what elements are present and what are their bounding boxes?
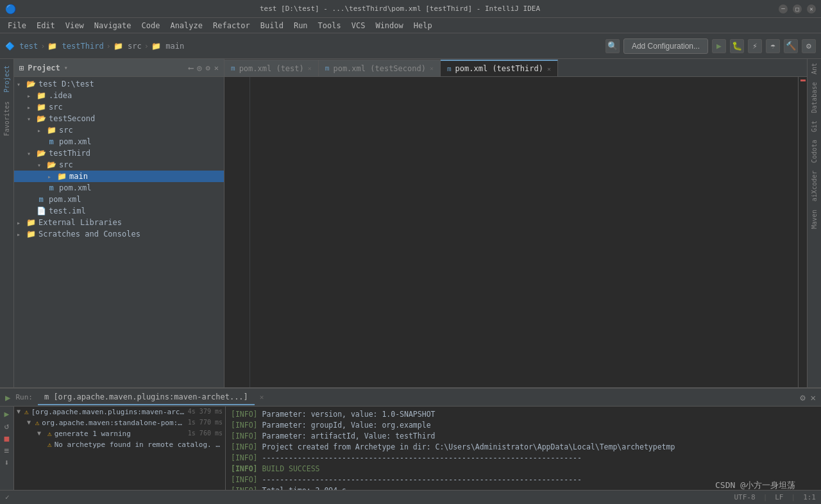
- run-icon-play[interactable]: ▶: [5, 392, 10, 403]
- tree-item-label: testThird: [49, 149, 90, 158]
- tree-item-testsecond[interactable]: ▾📂testSecond: [14, 113, 224, 124]
- minimize-button[interactable]: ─: [779, 4, 788, 13]
- run-rerun-icon[interactable]: ↺: [4, 421, 10, 431]
- run-line: [INFO] Project created from Archetype in…: [231, 442, 816, 453]
- run-item-child1[interactable]: ▼ ⚠ org.apache.maven:standalone-pom:pom:…: [14, 417, 225, 428]
- run-button[interactable]: ▶: [712, 39, 726, 53]
- locate-icon[interactable]: ◎: [197, 63, 201, 72]
- settings-icon[interactable]: ⚙: [802, 39, 816, 53]
- search-everywhere-icon[interactable]: 🔍: [605, 39, 620, 53]
- run-item-child2[interactable]: ▼ ⚠ generate 1 warning 1s 760 ms: [14, 428, 225, 439]
- tree-item-test-iml[interactable]: 📄test.iml: [14, 205, 224, 217]
- status-encoding[interactable]: UTF-8: [734, 493, 756, 501]
- breadcrumb-test[interactable]: 🔷 test: [5, 42, 38, 51]
- tab-pom-testsecond[interactable]: m pom.xml (testSecond) ✕: [319, 60, 441, 76]
- tab-close-run[interactable]: ✕: [260, 393, 264, 401]
- tree-item-src[interactable]: ▸📁src: [14, 101, 224, 113]
- menu-file[interactable]: File: [3, 20, 31, 31]
- tree-file-icon: m: [36, 195, 46, 204]
- tree-item-label: main: [69, 172, 88, 181]
- profile-button[interactable]: ⚡: [748, 39, 762, 53]
- menu-window[interactable]: Window: [370, 20, 408, 31]
- title-bar: 🔵 test [D:\test] - ...\testThird\pom.xml…: [0, 0, 821, 18]
- hide-panel-icon[interactable]: ✕: [214, 63, 219, 72]
- tree-item-external-libraries[interactable]: ▸📁External Libraries: [14, 217, 224, 228]
- run-item-root[interactable]: ▼ ⚠ [org.apache.maven.plugins:maven-arch…: [14, 407, 225, 417]
- project-panel-header: ⊞ Project ▾ ⟵ ◎ ⚙ ✕: [14, 59, 224, 77]
- menu-view[interactable]: View: [60, 20, 89, 31]
- build-button[interactable]: 🔨: [784, 39, 798, 53]
- tree-item-src[interactable]: ▾📂src: [14, 159, 224, 171]
- status-line-ending[interactable]: LF: [775, 493, 783, 501]
- menu-code[interactable]: Code: [137, 20, 165, 31]
- tree-item-src[interactable]: ▸📁src: [14, 124, 224, 136]
- run-line-success: [INFO] BUILD SUCCESS: [231, 464, 816, 475]
- run-tab-maven[interactable]: m [org.apache.maven.plugins:maven-archet…: [38, 390, 255, 405]
- title-text: test [D:\test] - ...\testThird\pom.xml […: [21, 4, 779, 13]
- settings-run-icon[interactable]: ⚙: [800, 392, 805, 403]
- tree-item-scratches-and-consoles[interactable]: ▸📁Scratches and Consoles: [14, 228, 224, 240]
- settings-icon[interactable]: ⚙: [206, 63, 210, 72]
- breadcrumb-main[interactable]: 📁 main: [151, 42, 184, 51]
- run-play-icon[interactable]: ▶: [4, 409, 10, 419]
- tree-file-icon: 📁: [26, 230, 36, 239]
- menu-edit[interactable]: Edit: [31, 20, 60, 31]
- run-console-output[interactable]: [INFO] Parameter: version, value: 1.0-SN…: [226, 407, 821, 490]
- menu-navigate[interactable]: Navigate: [89, 20, 137, 31]
- scroll-end-icon[interactable]: ⬇: [4, 458, 10, 467]
- right-tab-maven[interactable]: Maven: [809, 206, 820, 233]
- warning-icon: ⚠: [47, 441, 52, 449]
- right-tab-codota[interactable]: Codota: [809, 136, 820, 167]
- breadcrumb-src[interactable]: 📁 src: [114, 42, 142, 51]
- run-stop-icon[interactable]: ■: [4, 433, 10, 443]
- project-tab[interactable]: Project: [1, 62, 12, 96]
- right-tab-ant[interactable]: Ant: [809, 59, 820, 78]
- tree-item-pom-xml[interactable]: mpom.xml: [14, 136, 224, 147]
- favorites-tab[interactable]: Favorites: [1, 97, 12, 140]
- tree-arrow-icon: ▸: [27, 104, 36, 111]
- breadcrumb-testthird[interactable]: 📁 testThird: [47, 42, 103, 51]
- panel-header-icons: ⟵ ◎ ⚙ ✕: [189, 63, 219, 72]
- menu-build[interactable]: Build: [255, 20, 289, 31]
- add-configuration-button[interactable]: Add Configuration...: [623, 38, 708, 54]
- menu-tools[interactable]: Tools: [313, 20, 346, 31]
- collapse-all-icon[interactable]: ⟵: [189, 63, 193, 72]
- tree-item-label: test.iml: [49, 206, 86, 215]
- tree-item--idea[interactable]: ▸📁.idea: [14, 90, 224, 101]
- menu-refactor[interactable]: Refactor: [208, 20, 255, 31]
- filter-icon[interactable]: ≡: [4, 446, 10, 455]
- menu-help[interactable]: Help: [409, 20, 437, 31]
- tab-close-testsecond[interactable]: ✕: [430, 65, 434, 72]
- tree-item-main[interactable]: ▸📁main: [14, 171, 224, 182]
- debug-button[interactable]: 🐛: [730, 39, 744, 53]
- coverage-button[interactable]: ☂: [766, 39, 780, 53]
- tree-file-icon: 📁: [26, 218, 36, 227]
- tab-pom-test[interactable]: m pom.xml (test) ✕: [224, 60, 319, 76]
- menu-vcs[interactable]: VCS: [346, 20, 371, 31]
- right-tab-git[interactable]: Git: [809, 117, 820, 136]
- tab-bar: m pom.xml (test) ✕ m pom.xml (testSecond…: [224, 59, 807, 77]
- tree-item-test-d--test[interactable]: ▾📂test D:\test: [14, 78, 224, 90]
- right-tab-aixcoder[interactable]: aiXcoder: [809, 167, 820, 205]
- project-dropdown-icon[interactable]: ▾: [64, 64, 68, 71]
- editor-content[interactable]: [224, 77, 807, 387]
- menu-analyze[interactable]: Analyze: [165, 20, 208, 31]
- code-editor[interactable]: [250, 77, 798, 387]
- tab-close-testthird[interactable]: ✕: [547, 65, 551, 72]
- window-controls: ─ □ ✕: [779, 4, 816, 13]
- tree-item-testthird[interactable]: ▾📂testThird: [14, 147, 224, 159]
- toolbar: 🔷 test › 📁 testThird › 📁 src › 📁 main 🔍 …: [0, 33, 821, 59]
- run-item-child3[interactable]: ⚠ No archetype found in remote catalog. …: [14, 439, 225, 450]
- tab-close-test[interactable]: ✕: [308, 65, 312, 72]
- tree-item-label: External Libraries: [38, 218, 122, 227]
- tree-file-icon: 📂: [46, 160, 56, 169]
- right-tab-database[interactable]: Database: [809, 78, 820, 117]
- tab-pom-testthird[interactable]: m pom.xml (testThird) ✕: [441, 60, 558, 76]
- run-line: [INFO] ---------------------------------…: [231, 453, 816, 464]
- maximize-button[interactable]: □: [793, 4, 802, 13]
- tree-item-pom-xml[interactable]: mpom.xml: [14, 182, 224, 194]
- close-button[interactable]: ✕: [807, 4, 816, 13]
- menu-run[interactable]: Run: [289, 20, 313, 31]
- close-bottom-icon[interactable]: ✕: [811, 392, 816, 403]
- tree-item-pom-xml[interactable]: mpom.xml: [14, 194, 224, 205]
